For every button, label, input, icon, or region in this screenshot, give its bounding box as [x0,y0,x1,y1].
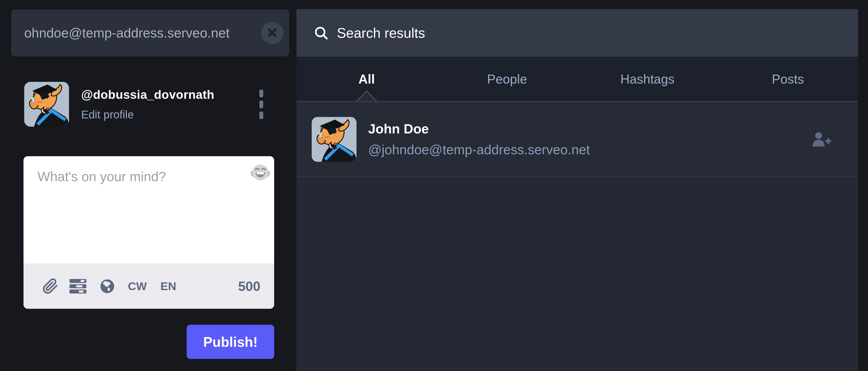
profile-username: @dobussia_dovornath [81,88,214,102]
compose-toolbar: CW EN 500 [24,264,274,309]
result-avatar[interactable] [312,117,356,162]
attach-media-button[interactable] [42,278,58,294]
search-tabs: All People Hashtags Posts [297,57,858,102]
search-result-row[interactable]: John Doe @johndoe@temp-address.serveo.ne… [297,102,858,177]
content-warning-button[interactable]: CW [128,279,147,293]
clear-search-button[interactable] [261,22,283,44]
add-poll-button[interactable] [69,278,88,294]
paperclip-icon [42,278,58,294]
x-icon [267,27,278,39]
profile-row: @dobussia_dovornath Edit profile [0,82,297,127]
column-title: Search results [337,25,425,41]
search-icon [314,25,329,40]
compose-form: CW EN 500 [24,156,274,309]
elephant-graduate-icon [312,117,356,162]
joy-emoji-icon [250,162,271,183]
tab-posts[interactable]: Posts [718,57,858,101]
emoji-picker-button[interactable] [250,162,271,183]
result-display-name: John Doe [368,121,590,136]
result-handle: @johndoe@temp-address.serveo.net [368,142,590,157]
edit-profile-link[interactable]: Edit profile [81,108,134,121]
app-root: @dobussia_dovornath Edit profile [0,0,868,371]
elephant-graduate-icon [24,82,69,127]
compose-textarea-wrap [24,156,274,264]
more-options-button[interactable] [257,87,266,122]
poll-bars-icon [69,278,88,294]
profile-text: @dobussia_dovornath Edit profile [81,88,214,121]
globe-icon [99,278,116,295]
tab-people[interactable]: People [437,57,578,101]
privacy-button[interactable] [99,278,116,295]
follow-button[interactable] [811,130,832,148]
profile-avatar[interactable] [24,82,69,127]
language-button[interactable]: EN [160,279,176,293]
search-results-column: Search results All People Hashtags Posts [297,0,858,371]
user-plus-icon [811,130,832,148]
character-counter: 500 [238,278,260,294]
result-text: John Doe @johndoe@temp-address.serveo.ne… [368,121,590,157]
results-empty-area [297,177,858,371]
publish-button[interactable]: Publish! [187,325,274,359]
column-header[interactable]: Search results [297,9,858,57]
tab-all[interactable]: All [297,57,437,101]
publish-row: Publish! [24,325,274,359]
ellipsis-vertical-icon [259,90,263,97]
tab-hashtags[interactable]: Hashtags [578,57,718,101]
compose-drawer: @dobussia_dovornath Edit profile [0,0,297,371]
compose-textarea[interactable] [24,156,274,264]
search-input[interactable] [11,9,289,56]
search-box [11,9,289,56]
